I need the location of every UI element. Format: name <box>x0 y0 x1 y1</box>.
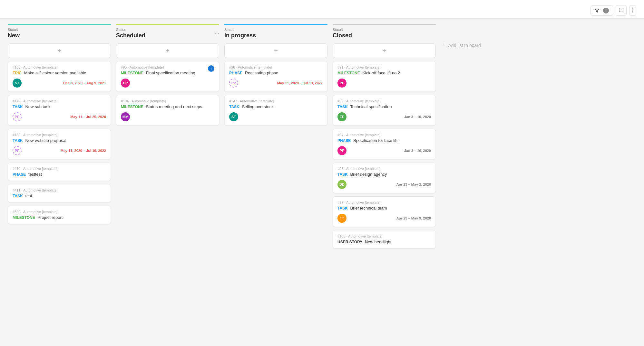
card-content: TASK New website proposal <box>13 138 106 143</box>
column-header-row: Status New <box>8 28 111 39</box>
header-actions <box>590 5 636 16</box>
card-title: Status meeting and next steps <box>146 104 202 109</box>
column-header: Status Closed <box>333 24 436 42</box>
card-content: TASK Brief technical team <box>337 206 431 210</box>
avatar: PP <box>13 146 22 155</box>
card-type: EPIC <box>13 71 22 75</box>
card-type: TASK <box>337 172 348 177</box>
add-card-button[interactable]: + <box>333 43 436 58</box>
card-meta: #97 · Automotive [template] <box>337 201 431 204</box>
dots-vertical-icon <box>632 7 633 13</box>
card-type: PHASE <box>13 172 26 177</box>
card-meta: #98 · Automotive [template] <box>229 65 323 69</box>
date-range: May 11, 2020 – Jul 19, 2022 <box>61 149 106 153</box>
card-meta: #95 · Automotive [template] <box>121 65 214 69</box>
add-card-button[interactable]: + <box>116 43 219 58</box>
card-meta: #411 · Automotive [template] <box>13 188 106 192</box>
card-footer: PPMay 11 – Jul 25, 2020 <box>13 112 106 121</box>
expand-button[interactable] <box>616 5 627 16</box>
card-meta: #96 · Automotive [template] <box>337 167 431 171</box>
card-title: Kick-off face lift no 2 <box>362 70 400 75</box>
card-type: PHASE <box>337 138 351 143</box>
date-range: May 11 – Jul 25, 2020 <box>70 115 106 119</box>
card-content: MILESTONE Project report <box>13 215 106 220</box>
card[interactable]: #91 · Automotive [template] MILESTONE Ki… <box>333 61 436 92</box>
card-content: TASK Selling overstock <box>229 104 323 109</box>
add-card-button[interactable]: + <box>8 43 111 58</box>
card-content: EPIC Make a 2 colour version available <box>13 70 106 75</box>
card-content: TASK Brief design agency <box>337 172 431 177</box>
column-header: Status New <box>8 24 111 42</box>
avatar: PP <box>337 79 346 88</box>
card[interactable]: #94 · Automotive [template] PHASE Specif… <box>333 129 436 159</box>
filter-icon <box>595 8 599 13</box>
add-list-button[interactable]: +Add list to board <box>441 39 493 51</box>
info-icon[interactable]: i <box>208 65 214 72</box>
card-footer: EEJan 3 – 10, 2020 <box>337 112 431 121</box>
card-meta: #149 · Automotive [template] <box>13 99 106 103</box>
card-title: test <box>25 193 32 198</box>
card[interactable]: #96 · Automotive [template] TASK Brief d… <box>333 163 436 193</box>
card-type: PHASE <box>229 71 242 75</box>
card-title: testtest <box>28 172 42 177</box>
date-range: Apr 23 – May 9, 2020 <box>396 216 431 220</box>
card-content: USER STORY New headlight <box>337 239 431 244</box>
add-card-button[interactable]: + <box>224 43 327 58</box>
card[interactable]: #98 · Automotive [template] PHASE Realis… <box>224 61 327 92</box>
card-title: Technical specification <box>350 104 392 109</box>
column-status-label: Status <box>8 28 20 32</box>
card-meta: #410 · Automotive [template] <box>13 167 106 171</box>
card[interactable]: #150 · Automotive [template] TASK New we… <box>8 129 111 159</box>
card-title: Selling overstock <box>242 104 273 109</box>
card[interactable]: #104 · Automotive [template] MILESTONE S… <box>116 95 219 126</box>
column-status-bar <box>333 24 436 25</box>
card[interactable]: #93 · Automotive [template] TASK Technic… <box>333 95 436 126</box>
card[interactable]: #410 · Automotive [template] PHASE testt… <box>8 163 111 181</box>
more-options-button[interactable] <box>629 5 636 16</box>
card-footer: PPJan 3 – 16, 2020 <box>337 146 431 155</box>
card[interactable]: #500 · Automotive [template] MILESTONE P… <box>8 206 111 224</box>
plus-icon: + <box>442 42 446 49</box>
svg-point-0 <box>632 8 633 9</box>
avatar: ST <box>13 79 22 88</box>
card-content: MILESTONE Kick-off face lift no 2 <box>337 70 431 75</box>
card[interactable]: #105 · Automotive [template] USER STORY … <box>333 230 436 248</box>
avatar: ST <box>229 112 238 121</box>
column-header: Status Scheduled ··· <box>116 24 219 42</box>
card-title: Make a 2 colour version available <box>24 70 86 75</box>
card[interactable]: #147 · Automotive [template] TASK Sellin… <box>224 95 327 126</box>
column-title: New <box>8 32 20 39</box>
card-meta: #147 · Automotive [template] <box>229 99 323 103</box>
card-footer: ST <box>229 112 323 121</box>
column-status-label: Status <box>116 28 145 32</box>
card[interactable]: #411 · Automotive [template] TASK test <box>8 184 111 202</box>
card-footer: PP <box>337 79 431 88</box>
card-type: TASK <box>337 206 348 210</box>
filter-button[interactable] <box>590 5 613 16</box>
card[interactable]: #97 · Automotive [template] TASK Brief t… <box>333 196 436 227</box>
avatar: PP <box>121 79 130 88</box>
card-type: TASK <box>13 105 23 109</box>
card-footer: PPMay 11, 2020 – Jul 19, 2022 <box>13 146 106 155</box>
date-range: Dec 8, 2020 – Aug 9, 2021 <box>63 81 106 85</box>
card-title: Brief design agency <box>350 172 387 177</box>
avatar: PP <box>337 146 346 155</box>
card-footer: TTApr 23 – May 9, 2020 <box>337 214 431 223</box>
card-content: TASK New sub task <box>13 104 106 109</box>
card[interactable]: #149 · Automotive [template] TASK New su… <box>8 95 111 126</box>
card-content: PHASE Realisation phase <box>229 70 323 75</box>
date-range: Jan 3 – 10, 2020 <box>404 115 431 119</box>
card[interactable]: #108 · Automotive [template] EPIC Make a… <box>8 61 111 92</box>
column-status-label: Status <box>224 28 256 32</box>
column-title: Scheduled <box>116 32 145 39</box>
avatar: EE <box>337 112 346 121</box>
svg-point-1 <box>632 10 633 11</box>
column-dots[interactable]: ··· <box>215 31 219 36</box>
avatar: DD <box>337 180 346 189</box>
card-type: TASK <box>229 105 239 109</box>
date-range: Apr 23 – May 2, 2020 <box>396 182 431 186</box>
card-title: Project report <box>37 215 63 220</box>
card-content: TASK Technical specification <box>337 104 431 109</box>
date-range: May 11, 2020 – Jul 19, 2022 <box>277 81 323 85</box>
card[interactable]: i #95 · Automotive [template] MILESTONE … <box>116 61 219 92</box>
